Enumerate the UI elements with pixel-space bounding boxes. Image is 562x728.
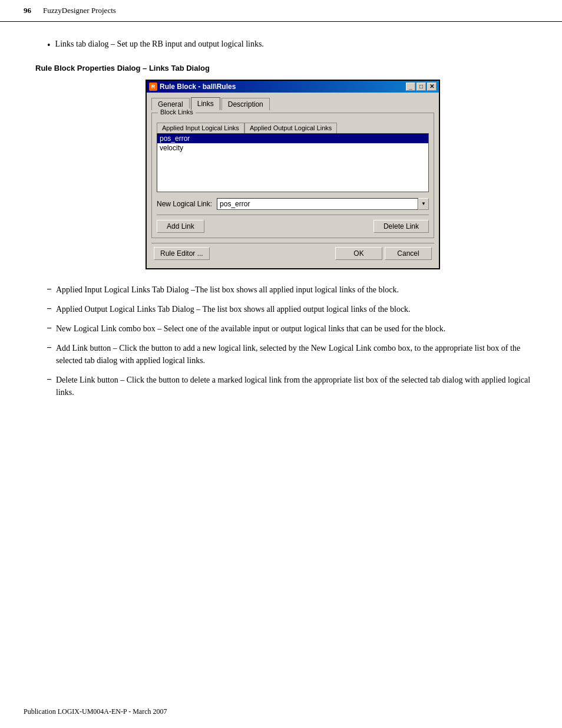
desc-text-1: Applied Input Logical Links Tab Dialog –… (56, 284, 399, 296)
main-tabs-row: General Links Description (151, 97, 434, 110)
desc-item-5: – Delete Link button – Click the button … (47, 374, 538, 398)
desc-item-3: – New Logical Link combo box – Select on… (47, 322, 538, 335)
block-links-group: Block Links Applied Input Logical Links … (151, 113, 434, 238)
page-number: 96 (24, 6, 31, 15)
tab-description[interactable]: Description (222, 98, 270, 110)
dialog-title: Rule Block - ball\Rules (160, 83, 236, 91)
link-buttons-row: Add Link Delete Link (157, 220, 429, 233)
new-logical-link-input[interactable] (217, 198, 418, 210)
dialog-app-icon: R (149, 83, 157, 91)
desc-text-5: Delete Link button – Click the button to… (56, 374, 538, 398)
desc-item-1: – Applied Input Logical Links Tab Dialog… (47, 284, 538, 296)
section-title: Rule Block Properties Dialog – Links Tab… (35, 64, 538, 73)
main-content: • Links tab dialog – Set up the RB input… (0, 22, 562, 423)
rule-editor-button[interactable]: Rule Editor ... (154, 247, 210, 260)
minimize-button[interactable]: _ (406, 83, 415, 91)
desc-dash-1: – (47, 284, 51, 294)
group-legend: Block Links (158, 108, 196, 116)
desc-dash-2: – (47, 304, 51, 313)
logical-links-listbox[interactable]: pos_error velocity (157, 133, 429, 192)
new-logical-link-combo[interactable]: ▼ (217, 198, 429, 210)
desc-dash-4: – (47, 342, 51, 352)
desc-item-2: – Applied Output Logical Links Tab Dialo… (47, 303, 538, 315)
list-item-pos-error[interactable]: pos_error (157, 134, 428, 143)
desc-text-2: Applied Output Logical Links Tab Dialog … (56, 303, 411, 315)
delete-link-button[interactable]: Delete Link (373, 220, 429, 233)
bottom-buttons-row: Rule Editor ... OK Cancel (151, 243, 434, 263)
maximize-button[interactable]: □ (416, 83, 426, 91)
tab-applied-output[interactable]: Applied Output Logical Links (244, 123, 337, 133)
dialog-body: General Links Description Block Links Ap… (147, 93, 439, 268)
list-item-velocity[interactable]: velocity (157, 143, 428, 153)
desc-text-3: New Logical Link combo box – Select one … (56, 322, 445, 335)
desc-dash-3: – (47, 323, 51, 332)
page-header: 96 FuzzyDesigner Projects (0, 0, 562, 22)
page-footer: Publication LOGIX-UM004A-EN-P - March 20… (24, 707, 167, 716)
tab-links[interactable]: Links (191, 97, 220, 110)
new-logical-link-row: New Logical Link: ▼ (157, 198, 429, 210)
add-link-button[interactable]: Add Link (157, 220, 204, 233)
bullet-text: Links tab dialog – Set up the RB input a… (55, 39, 264, 49)
separator (157, 215, 429, 215)
desc-item-4: – Add Link button – Click the button to … (47, 342, 538, 367)
combo-dropdown-icon[interactable]: ▼ (418, 198, 429, 210)
ok-button[interactable]: OK (335, 247, 382, 260)
new-logical-link-label: New Logical Link: (157, 200, 212, 208)
bullet-item: • Links tab dialog – Set up the RB input… (47, 39, 538, 52)
page-container: 96 FuzzyDesigner Projects • Links tab di… (0, 0, 562, 728)
footer-text: Publication LOGIX-UM004A-EN-P - March 20… (24, 707, 167, 716)
desc-dash-5: – (47, 374, 51, 384)
tab-applied-input[interactable]: Applied Input Logical Links (157, 123, 244, 133)
dialog-window: R Rule Block - ball\Rules _ □ ✕ General … (146, 80, 440, 269)
bullet-dot: • (47, 39, 51, 52)
dialog-titlebar: R Rule Block - ball\Rules _ □ ✕ (147, 81, 439, 93)
page-header-title: FuzzyDesigner Projects (43, 6, 116, 15)
description-list: – Applied Input Logical Links Tab Dialog… (47, 284, 538, 398)
cancel-button[interactable]: Cancel (385, 247, 432, 260)
dialog-controls[interactable]: _ □ ✕ (406, 83, 437, 91)
close-button[interactable]: ✕ (427, 83, 437, 91)
titlebar-left: R Rule Block - ball\Rules (149, 83, 236, 91)
inner-tabs-row: Applied Input Logical Links Applied Outp… (157, 123, 429, 133)
desc-text-4: Add Link button – Click the button to ad… (56, 342, 538, 367)
